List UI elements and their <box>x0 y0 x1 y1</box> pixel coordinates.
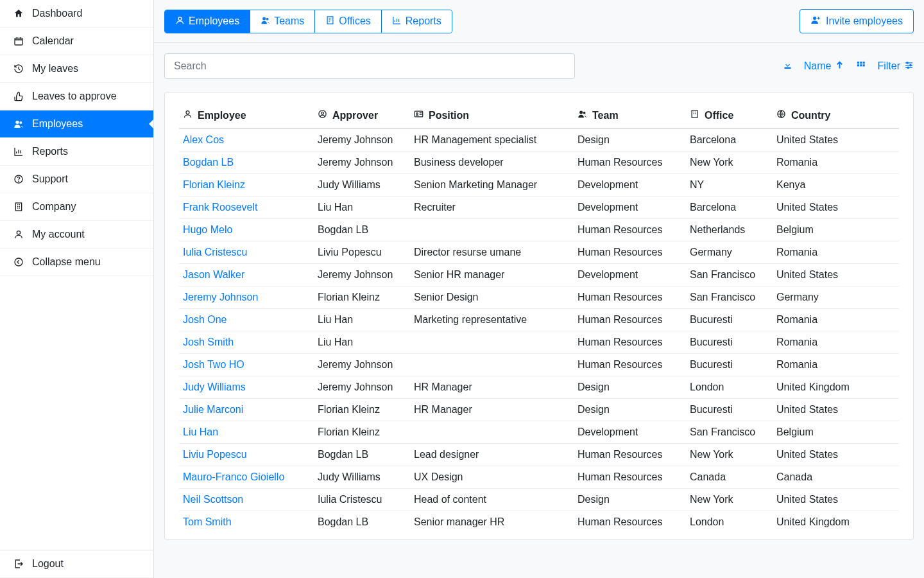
user-plus-icon <box>810 15 821 28</box>
cell-approver: Florian Kleinz <box>314 399 410 421</box>
employee-link[interactable]: Neil Scottson <box>183 494 243 505</box>
th-position[interactable]: Position <box>410 104 574 128</box>
home-icon <box>13 8 24 19</box>
main: Employees Teams Offices Reports <box>154 0 924 578</box>
employee-link[interactable]: Josh Smith <box>183 337 234 347</box>
cell-employee: Frank Roosevelt <box>179 197 314 219</box>
table-row: Josh Two HOJeremy JohnsonHuman Resources… <box>179 354 899 376</box>
cell-team: Human Resources <box>574 511 686 534</box>
bar-chart-icon <box>392 15 402 28</box>
cell-approver: Florian Kleinz <box>314 286 410 309</box>
employee-link[interactable]: Jeremy Johnson <box>183 292 258 302</box>
table-row: Judy WilliamsJeremy JohnsonHR ManagerDes… <box>179 376 899 399</box>
svg-point-20 <box>910 64 912 66</box>
export-button[interactable] <box>783 60 792 73</box>
employee-link[interactable]: Frank Roosevelt <box>183 202 258 213</box>
search-input[interactable] <box>164 53 575 79</box>
sidebar-item-company[interactable]: Company <box>0 193 153 221</box>
cell-approver: Liu Han <box>314 197 410 219</box>
cell-position: HR Manager <box>410 376 574 399</box>
sidebar-item-label: Reports <box>32 146 68 157</box>
employee-link[interactable]: Josh Two HO <box>183 359 244 370</box>
cell-team: Human Resources <box>574 354 686 376</box>
cell-approver: Jeremy Johnson <box>314 376 410 399</box>
svg-point-2 <box>19 121 22 124</box>
svg-rect-17 <box>860 64 862 66</box>
sidebar-item-label: My leaves <box>32 63 78 74</box>
employee-link[interactable]: Jason Walker <box>183 269 244 280</box>
sidebar-item-label: Logout <box>32 558 64 570</box>
sidebar-item-my-account[interactable]: My account <box>0 221 153 249</box>
sidebar-item-support[interactable]: Support <box>0 166 153 193</box>
cell-office: Barcelona <box>686 128 773 152</box>
cell-position: Marketing representative <box>410 309 574 331</box>
tab-teams[interactable]: Teams <box>250 10 315 33</box>
employee-link[interactable]: Mauro-Franco Gioiello <box>183 471 284 482</box>
sidebar-footer: Logout <box>0 550 153 578</box>
cell-position: Business developer <box>410 152 574 174</box>
svg-rect-5 <box>15 203 21 211</box>
employee-link[interactable]: Julie Marconi <box>183 404 243 415</box>
sidebar-item-employees[interactable]: Employees <box>0 110 153 138</box>
employee-link[interactable]: Judy Williams <box>183 381 246 392</box>
user-icon <box>183 109 193 121</box>
svg-rect-11 <box>327 16 333 23</box>
employee-link[interactable]: Iulia Cristescu <box>183 247 247 258</box>
cell-country: Romania <box>773 309 899 331</box>
cell-team: Human Resources <box>574 309 686 331</box>
cell-approver: Bogdan LB <box>314 444 410 466</box>
cell-team: Design <box>574 489 686 511</box>
cell-office: Barcelona <box>686 197 773 219</box>
th-office[interactable]: Office <box>686 104 773 128</box>
cell-country: Romania <box>773 241 899 264</box>
th-approver[interactable]: Approver <box>314 104 410 128</box>
cell-country: United Kingdom <box>773 376 899 399</box>
employee-link[interactable]: Alex Cos <box>183 134 224 145</box>
tab-offices[interactable]: Offices <box>315 10 382 33</box>
employee-link[interactable]: Florian Kleinz <box>183 179 245 190</box>
table-row: Florian KleinzJudy WilliamsSenion Market… <box>179 174 899 197</box>
sidebar-item-collapse-menu[interactable]: Collapse menu <box>0 249 153 276</box>
th-country[interactable]: Country <box>773 104 899 128</box>
cell-approver: Bogdan LB <box>314 511 410 534</box>
filter-button[interactable]: Filter <box>877 60 914 73</box>
sidebar-item-leaves-to-approve[interactable]: Leaves to approve <box>0 83 153 110</box>
table-row: Neil ScottsonIulia CristescuHead of cont… <box>179 489 899 511</box>
table-row: Julie MarconiFlorian KleinzHR ManagerDes… <box>179 399 899 421</box>
cell-country: United States <box>773 128 899 152</box>
cell-employee: Iulia Cristescu <box>179 241 314 264</box>
employee-link[interactable]: Bogdan LB <box>183 157 234 168</box>
employee-table-panel: Employee Approver <box>164 92 914 540</box>
view-grid-button[interactable] <box>856 60 866 73</box>
tab-employees[interactable]: Employees <box>165 10 250 33</box>
employee-link[interactable]: Liu Han <box>183 426 218 437</box>
th-employee[interactable]: Employee <box>179 104 314 128</box>
employee-link[interactable]: Hugo Melo <box>183 224 232 235</box>
sidebar-item-my-leaves[interactable]: My leaves <box>0 55 153 83</box>
cell-position: Lead designer <box>410 444 574 466</box>
sort-name-button[interactable]: Name <box>804 60 845 73</box>
cell-position: Senior HR manager <box>410 264 574 286</box>
cell-approver: Jeremy Johnson <box>314 152 410 174</box>
sidebar-item-calendar[interactable]: Calendar <box>0 28 153 55</box>
cell-office: New York <box>686 152 773 174</box>
cell-employee: Josh One <box>179 309 314 331</box>
cell-position: UX Design <box>410 466 574 489</box>
sidebar-item-reports[interactable]: Reports <box>0 138 153 166</box>
invite-employees-button[interactable]: Invite employees <box>800 9 914 33</box>
employee-link[interactable]: Josh One <box>183 314 227 325</box>
sidebar-item-dashboard[interactable]: Dashboard <box>0 0 153 28</box>
users-icon <box>13 118 24 130</box>
employee-link[interactable]: Liviu Popescu <box>183 449 247 460</box>
sidebar-item-logout[interactable]: Logout <box>0 550 153 578</box>
cell-position: Director resurse umane <box>410 241 574 264</box>
th-team[interactable]: Team <box>574 104 686 128</box>
user-check-icon <box>318 109 327 121</box>
tab-reports[interactable]: Reports <box>382 10 452 33</box>
content: Name Filter <box>154 43 924 578</box>
cell-approver: Florian Kleinz <box>314 421 410 444</box>
table-row: Bogdan LBJeremy JohnsonBusiness develope… <box>179 152 899 174</box>
cell-country: Romania <box>773 331 899 354</box>
employee-link[interactable]: Tom Smith <box>183 516 232 527</box>
th-label: Team <box>592 110 619 121</box>
